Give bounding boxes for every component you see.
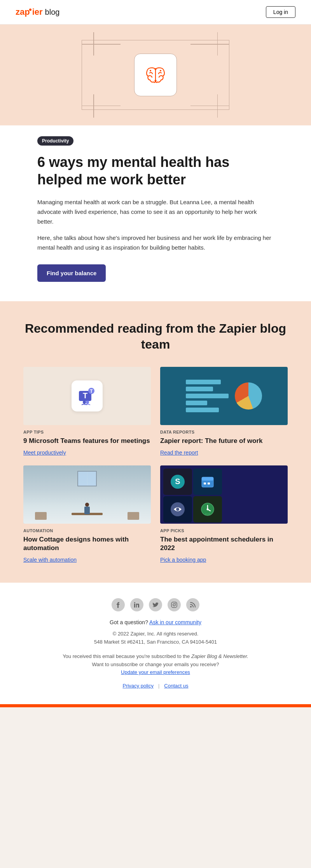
svg-rect-26 xyxy=(171,602,177,608)
svg-rect-16 xyxy=(208,483,210,484)
find-balance-button[interactable]: Find your balance xyxy=(37,264,106,282)
rss-icon[interactable] xyxy=(186,598,199,611)
header: zapier blog Log in xyxy=(0,0,311,24)
window-pane xyxy=(78,472,87,486)
person xyxy=(84,503,90,514)
card-link-cottage[interactable]: Scale with automation xyxy=(23,557,77,563)
bar-3 xyxy=(186,394,229,398)
card-image-cottage xyxy=(23,465,151,524)
card-apppicks: S xyxy=(160,465,288,563)
card-cottage: Automation How Cottage designs homes wit… xyxy=(23,465,151,563)
login-button[interactable]: Log in xyxy=(266,6,295,18)
app-tile-2 xyxy=(193,469,222,495)
card-title-teams: 9 Microsoft Teams features for meetings xyxy=(23,437,151,445)
address-text: 548 Market St #62411, San Francisco, CA … xyxy=(94,639,217,645)
svg-rect-15 xyxy=(204,483,206,484)
svg-point-2 xyxy=(160,70,161,71)
svg-text:T: T xyxy=(83,391,87,400)
orange-bottom-bar xyxy=(0,704,311,707)
footer-bottom-links: Privacy policy | Contact us xyxy=(23,683,288,689)
bar-1 xyxy=(186,380,221,384)
teams-logo: T T xyxy=(72,380,103,411)
card-title-future: Zapier report: The future of work xyxy=(160,437,288,445)
grid-line xyxy=(82,106,121,106)
grid-line xyxy=(190,106,229,106)
svg-point-28 xyxy=(175,603,176,604)
social-icons xyxy=(23,598,288,611)
chart-pie xyxy=(235,382,262,410)
grid-line xyxy=(217,94,218,118)
card-link-teams[interactable]: Meet productively xyxy=(23,450,66,456)
article-body: Managing mental health at work can be a … xyxy=(37,198,274,253)
footer-copyright: © 2022 Zapier, Inc. All rights reserved.… xyxy=(23,630,288,646)
window xyxy=(77,471,97,486)
svg-text:T: T xyxy=(90,389,93,394)
card-image-future xyxy=(160,367,288,425)
svg-rect-24 xyxy=(134,604,135,608)
svg-point-22 xyxy=(207,509,209,510)
main-article: Productivity 6 ways my mental health has… xyxy=(0,24,311,301)
svg-text:timet: timet xyxy=(205,513,210,515)
svg-point-18 xyxy=(176,508,179,511)
unsubscribe-text: Want to unsubscribe or change your email… xyxy=(92,661,219,667)
hero-grid xyxy=(82,32,229,118)
card-image-apppicks: S xyxy=(160,465,288,524)
card-category-future: Data reports xyxy=(160,430,288,434)
person-body xyxy=(84,507,90,514)
recommended-title: Recommended reading from the Zapier blog… xyxy=(23,321,288,353)
community-link[interactable]: Ask in our community xyxy=(149,619,201,625)
chart-bars xyxy=(186,380,229,412)
grid-line xyxy=(190,44,229,45)
subscribe-prefix: You received this email because you're s… xyxy=(63,653,190,659)
logo-zapier-text: zapier xyxy=(16,7,43,17)
email-prefs-link[interactable]: Update your email preferences xyxy=(121,669,190,675)
svg-point-25 xyxy=(134,602,135,603)
footer-subscribe-text: You received this email because you're s… xyxy=(23,653,288,677)
card-link-apppicks[interactable]: Pick a booking app xyxy=(160,557,206,563)
article-paragraph-2: Here, she talks about how she's improved… xyxy=(37,233,274,253)
article-title: 6 ways my mental health has helped me wo… xyxy=(37,153,274,188)
cards-grid: T T App tips 9 Microsoft Teams features … xyxy=(23,367,288,563)
footer-question: Got a question? Ask in our community xyxy=(23,619,288,625)
chair-right xyxy=(128,512,139,520)
svg-point-3 xyxy=(155,68,157,70)
svg-text:S: S xyxy=(175,477,180,486)
cottage-scene xyxy=(23,465,151,524)
grid-line xyxy=(93,94,94,118)
bar-2 xyxy=(186,387,213,391)
contact-us-link[interactable]: Contact us xyxy=(164,683,188,689)
app-icon-s: S xyxy=(170,474,185,490)
logo-dot xyxy=(29,9,31,11)
card-category-teams: App tips xyxy=(23,430,151,434)
question-text: Got a question? xyxy=(110,619,148,625)
logo-blog-text: blog xyxy=(45,8,60,17)
privacy-policy-link[interactable]: Privacy policy xyxy=(122,683,153,689)
bar-4 xyxy=(186,401,207,405)
facebook-icon[interactable] xyxy=(112,598,125,611)
category-badge: Productivity xyxy=(37,136,73,146)
grid-line xyxy=(93,32,94,56)
card-title-cottage: How Cottage designs homes with automatio… xyxy=(23,535,151,552)
grid-line xyxy=(82,44,121,45)
instagram-icon[interactable] xyxy=(168,598,181,611)
svg-point-10 xyxy=(86,401,89,404)
card-future: Data reports Zapier report: The future o… xyxy=(160,367,288,456)
card-link-future[interactable]: Read the report xyxy=(160,450,198,456)
footer: Got a question? Ask in our community © 2… xyxy=(0,583,311,704)
grid-line xyxy=(217,32,218,56)
article-paragraph-1: Managing mental health at work can be a … xyxy=(37,198,274,226)
linkedin-icon[interactable] xyxy=(130,598,143,611)
svg-point-4 xyxy=(155,80,157,82)
svg-rect-14 xyxy=(202,477,213,481)
card-image-teams: T T xyxy=(23,367,151,425)
app-tiles-grid: S xyxy=(162,467,224,524)
person-head xyxy=(85,503,89,507)
subscribe-italic: Zapier Blog & Newsletter. xyxy=(191,653,248,659)
card-category-apppicks: App picks xyxy=(160,528,288,533)
card-category-cottage: Automation xyxy=(23,528,151,533)
chair-left xyxy=(35,512,47,520)
app-icon-cal xyxy=(200,474,215,490)
future-chart xyxy=(186,380,262,412)
twitter-icon[interactable] xyxy=(149,598,162,611)
card-title-apppicks: The best appointment schedulers in 2022 xyxy=(160,535,288,552)
